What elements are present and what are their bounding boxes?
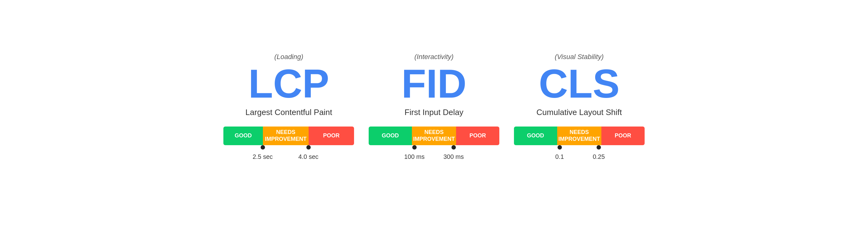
fid-acronym: FID: [401, 63, 466, 104]
cls-bar-poor: POOR: [601, 127, 645, 145]
lcp-bar-wrapper: GOODNEEDS IMPROVEMENTPOOR2.5 sec4.0 sec: [223, 127, 354, 161]
cls-bar: GOODNEEDS IMPROVEMENTPOOR: [514, 127, 645, 145]
cls-bar-needs: NEEDS IMPROVEMENT: [557, 127, 601, 145]
metric-lcp: (Loading)LCPLargest Contentful PaintGOOD…: [223, 53, 354, 173]
lcp-acronym: LCP: [248, 63, 329, 104]
cls-bar-wrapper: GOODNEEDS IMPROVEMENTPOOR0.10.25: [514, 127, 645, 161]
cls-marker: 0.25: [593, 145, 605, 160]
fid-marker-label: 100 ms: [404, 153, 425, 160]
fid-bar-wrapper: GOODNEEDS IMPROVEMENTPOOR100 ms300 ms: [369, 127, 499, 161]
fid-bar: GOODNEEDS IMPROVEMENTPOOR: [369, 127, 499, 145]
lcp-marker: 4.0 sec: [298, 145, 318, 160]
lcp-bar-good: GOOD: [223, 127, 263, 145]
fid-marker: 300 ms: [443, 145, 464, 160]
cls-marker-dot: [597, 145, 601, 150]
fid-full-name: First Input Delay: [404, 107, 463, 117]
lcp-marker-dot: [306, 145, 310, 150]
metric-fid: (Interactivity)FIDFirst Input DelayGOODN…: [369, 53, 499, 173]
cls-bar-good: GOOD: [514, 127, 557, 145]
lcp-marker-dot: [260, 145, 265, 150]
lcp-marker-label: 2.5 sec: [253, 153, 273, 160]
fid-subtitle: (Interactivity): [414, 53, 454, 61]
lcp-full-name: Largest Contentful Paint: [245, 107, 332, 117]
cls-marker-label: 0.25: [593, 153, 605, 160]
fid-markers: 100 ms300 ms: [369, 145, 499, 161]
cls-subtitle: (Visual Stability): [555, 53, 603, 61]
cls-markers: 0.10.25: [514, 145, 645, 161]
fid-marker-label: 300 ms: [443, 153, 464, 160]
cls-acronym: CLS: [539, 63, 620, 104]
fid-marker-dot: [452, 145, 456, 150]
fid-marker: 100 ms: [404, 145, 425, 160]
cls-marker-dot: [558, 145, 562, 150]
lcp-markers: 2.5 sec4.0 sec: [223, 145, 354, 161]
lcp-marker-label: 4.0 sec: [298, 153, 318, 160]
lcp-bar: GOODNEEDS IMPROVEMENTPOOR: [223, 127, 354, 145]
lcp-marker: 2.5 sec: [253, 145, 273, 160]
lcp-bar-needs: NEEDS IMPROVEMENT: [263, 127, 309, 145]
lcp-subtitle: (Loading): [274, 53, 303, 61]
fid-bar-poor: POOR: [456, 127, 499, 145]
fid-bar-needs: NEEDS IMPROVEMENT: [412, 127, 456, 145]
cls-marker-label: 0.1: [555, 153, 564, 160]
fid-bar-good: GOOD: [369, 127, 412, 145]
fid-marker-dot: [412, 145, 416, 150]
cls-marker: 0.1: [555, 145, 564, 160]
lcp-bar-poor: POOR: [309, 127, 354, 145]
cls-full-name: Cumulative Layout Shift: [536, 107, 622, 117]
metric-cls: (Visual Stability)CLSCumulative Layout S…: [514, 53, 645, 173]
metrics-container: (Loading)LCPLargest Contentful PaintGOOD…: [216, 53, 652, 173]
